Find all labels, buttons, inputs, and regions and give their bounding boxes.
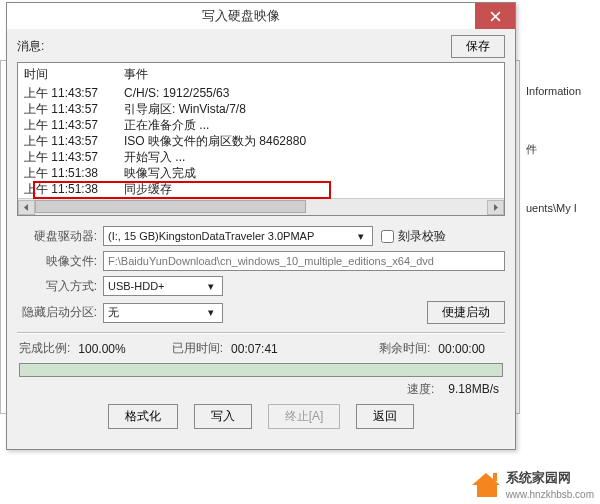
log-row: 上午 11:43:57引导扇区: WinVista/7/8: [24, 101, 498, 117]
log-time: 上午 11:51:38: [24, 181, 124, 197]
chevron-down-icon: ▾: [204, 280, 218, 293]
log-event: 引导扇区: WinVista/7/8: [124, 101, 498, 117]
log-row: 上午 11:51:38映像写入完成: [24, 165, 498, 181]
chevron-down-icon: ▾: [204, 306, 218, 319]
log-row: 上午 11:43:57开始写入 ...: [24, 149, 498, 165]
drive-value: (I:, 15 GB)KingstonDataTraveler 3.0PMAP: [108, 230, 354, 242]
log-panel: 时间 事件 上午 11:43:57C/H/S: 1912/255/63上午 11…: [17, 62, 505, 216]
bg-text-1: Information: [526, 85, 596, 97]
log-time: 上午 11:43:57: [24, 149, 124, 165]
log-time: 上午 11:43:57: [24, 101, 124, 117]
speed-row: 速度:9.18MB/s: [17, 381, 505, 398]
dialog-title: 写入硬盘映像: [7, 7, 475, 25]
verify-checkbox[interactable]: 刻录校验: [381, 228, 446, 245]
log-time: 上午 11:51:38: [24, 165, 124, 181]
write-mode-value: USB-HDD+: [108, 280, 204, 292]
log-time: 上午 11:43:57: [24, 117, 124, 133]
log-event: ISO 映像文件的扇区数为 8462880: [124, 133, 498, 149]
pct-label: 完成比例:: [19, 340, 70, 357]
write-button[interactable]: 写入: [194, 404, 252, 429]
image-file-value: F:\BaiduYunDownload\cn_windows_10_multip…: [108, 255, 434, 267]
stats-row: 完成比例:100.00% 已用时间:00:07:41 剩余时间:00:00:00: [17, 340, 505, 357]
verify-label: 刻录校验: [398, 228, 446, 245]
watermark-url: www.hnzkhbsb.com: [506, 489, 594, 500]
hidden-partition-label: 隐藏启动分区:: [17, 304, 103, 321]
progress-bar: [19, 363, 503, 377]
log-time: 上午 11:43:57: [24, 85, 124, 101]
save-button[interactable]: 保存: [451, 35, 505, 58]
scroll-left-icon[interactable]: [18, 200, 35, 215]
log-event: 映像写入完成: [124, 165, 498, 181]
log-header: 时间 事件: [18, 63, 504, 85]
log-col-event: 事件: [124, 66, 148, 83]
button-row: 格式化 写入 终止[A] 返回: [17, 404, 505, 429]
log-event: 正在准备介质 ...: [124, 117, 498, 133]
remain-label: 剩余时间:: [379, 340, 430, 357]
elapsed-value: 00:07:41: [231, 342, 278, 356]
speed-label: 速度:: [407, 382, 434, 396]
pct-value: 100.00%: [78, 342, 125, 356]
watermark: 系统家园网 www.hnzkhbsb.com: [472, 469, 594, 500]
scroll-thumb[interactable]: [35, 200, 306, 213]
log-body[interactable]: 上午 11:43:57C/H/S: 1912/255/63上午 11:43:57…: [18, 85, 504, 198]
verify-checkbox-input[interactable]: [381, 230, 394, 243]
write-mode-select[interactable]: USB-HDD+ ▾: [103, 276, 223, 296]
scroll-right-icon[interactable]: [487, 200, 504, 215]
image-file-label: 映像文件:: [17, 253, 103, 270]
log-row: 上午 11:43:57正在准备介质 ...: [24, 117, 498, 133]
drive-select[interactable]: (I:, 15 GB)KingstonDataTraveler 3.0PMAP …: [103, 226, 373, 246]
log-row: 上午 11:51:38同步缓存: [24, 181, 498, 197]
image-file-field[interactable]: F:\BaiduYunDownload\cn_windows_10_multip…: [103, 251, 505, 271]
log-event: 开始写入 ...: [124, 149, 498, 165]
hidden-partition-select[interactable]: 无 ▾: [103, 303, 223, 323]
log-event: C/H/S: 1912/255/63: [124, 85, 498, 101]
log-time: 上午 11:43:57: [24, 133, 124, 149]
house-icon: [472, 473, 500, 497]
separator: [17, 332, 505, 334]
log-row: 上午 11:43:57C/H/S: 1912/255/63: [24, 85, 498, 101]
scroll-track[interactable]: [35, 200, 487, 215]
convenient-boot-button[interactable]: 便捷启动: [427, 301, 505, 324]
titlebar: 写入硬盘映像: [7, 3, 515, 29]
write-mode-label: 写入方式:: [17, 278, 103, 295]
background-text: Information 件 uents\My I: [526, 60, 596, 420]
progress-fill: [20, 364, 502, 376]
horizontal-scrollbar[interactable]: [18, 198, 504, 215]
hidden-partition-value: 无: [108, 305, 204, 320]
log-event: 同步缓存: [124, 181, 498, 197]
speed-value: 9.18MB/s: [448, 382, 499, 396]
remain-value: 00:00:00: [438, 342, 485, 356]
format-button[interactable]: 格式化: [108, 404, 178, 429]
chevron-down-icon: ▾: [354, 230, 368, 243]
log-row: 上午 11:43:57ISO 映像文件的扇区数为 8462880: [24, 133, 498, 149]
bg-text-3: uents\My I: [526, 202, 596, 214]
watermark-name: 系统家园网: [506, 469, 594, 487]
write-disk-image-dialog: 写入硬盘映像 消息: 保存 时间 事件 上午 11:43:57C/H/S: 19…: [6, 2, 516, 450]
close-icon: [490, 11, 501, 22]
log-col-time: 时间: [24, 66, 124, 83]
bg-text-2: 件: [526, 142, 596, 157]
close-button[interactable]: [475, 3, 515, 29]
messages-label: 消息:: [17, 38, 61, 55]
abort-button: 终止[A]: [268, 404, 341, 429]
drive-label: 硬盘驱动器:: [17, 228, 103, 245]
back-button[interactable]: 返回: [356, 404, 414, 429]
elapsed-label: 已用时间:: [172, 340, 223, 357]
